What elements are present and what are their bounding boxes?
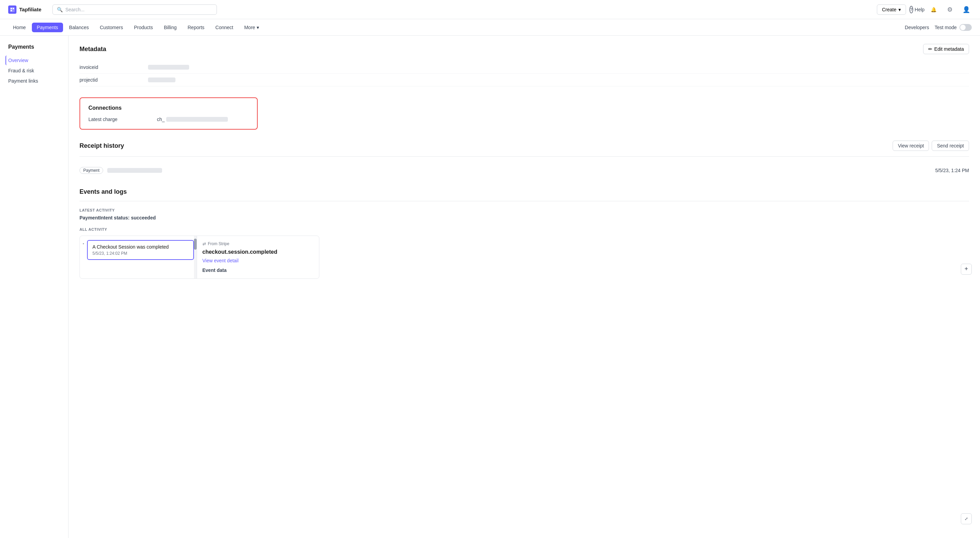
- sidebar-item-payment-links[interactable]: Payment links: [5, 76, 63, 86]
- activity-status: PaymentIntent status: succeeded: [80, 215, 969, 220]
- payment-badge: Payment: [80, 167, 103, 174]
- sidebar-item-fraud[interactable]: Fraud & risk: [5, 66, 63, 75]
- nav-right: Developers Test mode: [905, 24, 972, 31]
- create-button[interactable]: Create ▾: [877, 5, 906, 15]
- view-event-detail-link[interactable]: View event detail: [202, 258, 314, 263]
- nav-item-payments[interactable]: Payments: [32, 22, 63, 32]
- activity-entry-title: A Checkout Session was completed: [92, 244, 188, 250]
- view-receipt-button[interactable]: View receipt: [892, 140, 929, 151]
- send-receipt-button[interactable]: Send receipt: [932, 140, 969, 151]
- scrollbar-track[interactable]: [194, 236, 197, 278]
- receipt-history-title: Receipt history: [80, 142, 124, 150]
- receipt-history-header: Receipt history View receipt Send receip…: [80, 140, 969, 151]
- top-bar: Tapfiliate 🔍 Search... Create ▾ ? Help 🔔…: [0, 0, 980, 19]
- export-icon: ⤢: [964, 516, 968, 521]
- sidebar-item-overview[interactable]: Overview: [5, 56, 63, 65]
- sidebar-title: Payments: [5, 44, 63, 50]
- events-title: Events and logs: [80, 188, 969, 195]
- receipt-left: Payment: [80, 167, 162, 174]
- bell-icon: 🔔: [931, 7, 937, 12]
- plus-icon: +: [964, 265, 968, 273]
- metadata-header: Metadata ✏ Edit metadata: [80, 44, 969, 54]
- metadata-value-invoiceid: [148, 65, 189, 70]
- search-bar[interactable]: 🔍 Search...: [52, 5, 217, 15]
- edit-pencil-icon: ✏: [928, 46, 932, 52]
- test-mode-label: Test mode: [934, 25, 957, 30]
- activity-dot-icon: ●: [83, 242, 84, 245]
- nav-item-products[interactable]: Products: [129, 22, 158, 32]
- svg-rect-0: [10, 7, 15, 12]
- create-chevron-icon: ▾: [899, 7, 901, 12]
- receipt-divider: [80, 156, 969, 157]
- sidebar: Payments Overview Fraud & risk Payment l…: [0, 36, 68, 538]
- page-layout: Payments Overview Fraud & risk Payment l…: [0, 36, 980, 538]
- nav-item-home[interactable]: Home: [8, 22, 30, 32]
- connections-title: Connections: [88, 105, 249, 111]
- edit-metadata-label: Edit metadata: [934, 46, 964, 52]
- more-label: More: [244, 25, 255, 30]
- help-button[interactable]: ? Help: [912, 4, 923, 15]
- nav-item-balances[interactable]: Balances: [64, 22, 94, 32]
- charge-value-blurred: [166, 117, 228, 122]
- main-nav: Home Payments Balances Customers Product…: [0, 19, 980, 36]
- activity-status-prefix: PaymentIntent status:: [80, 215, 129, 220]
- nav-items: Home Payments Balances Customers Product…: [8, 22, 905, 32]
- latest-charge-label: Latest charge: [88, 117, 157, 122]
- float-export-button[interactable]: ⤢: [961, 513, 972, 524]
- event-detail: ⇄ From Stripe checkout.session.completed…: [197, 236, 319, 278]
- help-label: Help: [915, 7, 924, 12]
- nav-item-more[interactable]: More ▾: [240, 22, 264, 32]
- events-logs-section: Events and logs LATEST ACTIVITY PaymentI…: [80, 188, 969, 279]
- settings-button[interactable]: ⚙: [944, 4, 955, 15]
- search-icon: 🔍: [57, 7, 63, 12]
- receipt-history-section: Receipt history View receipt Send receip…: [80, 140, 969, 177]
- svg-rect-1: [11, 8, 12, 9]
- connections-box: Connections Latest charge ch_: [80, 97, 258, 129]
- activity-panel: ● A Checkout Session was completed 5/5/2…: [80, 236, 319, 279]
- nav-item-reports[interactable]: Reports: [183, 22, 209, 32]
- metadata-row-invoiceid: invoiceid: [80, 61, 969, 74]
- notifications-button[interactable]: 🔔: [928, 4, 939, 15]
- help-icon: ?: [909, 6, 913, 13]
- from-stripe-label: From Stripe: [208, 241, 229, 246]
- metadata-key-projectid: projectid: [80, 77, 148, 83]
- receipt-value-blurred: [107, 168, 162, 173]
- event-data-label: Event data: [202, 267, 314, 273]
- activity-list: ● A Checkout Session was completed 5/5/2…: [80, 236, 197, 278]
- gear-icon: ⚙: [947, 6, 953, 13]
- app-logo[interactable]: Tapfiliate: [8, 5, 41, 14]
- top-bar-right: Create ▾ ? Help 🔔 ⚙ 👤: [877, 4, 972, 15]
- event-name: checkout.session.completed: [202, 249, 314, 255]
- receipt-row: Payment 5/5/23, 1:24 PM: [80, 164, 969, 177]
- test-mode-switch[interactable]: [959, 24, 972, 31]
- all-activity-label: ALL ACTIVITY: [80, 227, 969, 231]
- from-stripe: ⇄ From Stripe: [202, 241, 314, 246]
- nav-item-billing[interactable]: Billing: [159, 22, 181, 32]
- events-divider: [80, 201, 969, 201]
- person-icon: 👤: [963, 6, 970, 13]
- svg-rect-3: [11, 10, 12, 11]
- charge-prefix: ch_: [157, 117, 165, 122]
- metadata-section: Metadata ✏ Edit metadata invoiceid proje…: [80, 44, 969, 86]
- float-add-button[interactable]: +: [961, 264, 972, 275]
- svg-rect-2: [13, 8, 14, 9]
- nav-item-customers[interactable]: Customers: [95, 22, 128, 32]
- nav-item-connect[interactable]: Connect: [211, 22, 238, 32]
- developers-link[interactable]: Developers: [905, 25, 929, 30]
- test-mode-toggle[interactable]: Test mode: [934, 24, 972, 31]
- search-placeholder: Search...: [65, 7, 84, 12]
- account-button[interactable]: 👤: [961, 4, 972, 15]
- edit-metadata-button[interactable]: ✏ Edit metadata: [923, 44, 969, 54]
- activity-entry-wrapper: ● A Checkout Session was completed 5/5/2…: [83, 239, 194, 261]
- scrollbar-thumb[interactable]: [194, 239, 197, 250]
- arrows-icon: ⇄: [202, 241, 206, 246]
- activity-entry[interactable]: A Checkout Session was completed 5/5/23,…: [87, 240, 194, 260]
- more-chevron-icon: ▾: [257, 25, 259, 30]
- metadata-title: Metadata: [80, 46, 106, 53]
- connections-row: Latest charge ch_: [88, 117, 249, 122]
- receipt-actions: View receipt Send receipt: [892, 140, 969, 151]
- connections-section: Connections Latest charge ch_: [80, 97, 969, 129]
- receipt-date: 5/5/23, 1:24 PM: [935, 168, 969, 173]
- metadata-value-projectid: [148, 78, 175, 82]
- metadata-key-invoiceid: invoiceid: [80, 64, 148, 70]
